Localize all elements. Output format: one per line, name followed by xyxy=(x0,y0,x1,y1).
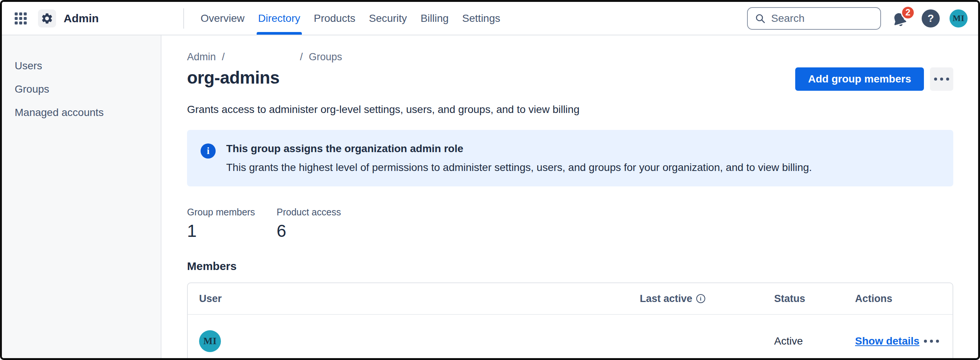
member-avatar[interactable]: MI xyxy=(199,330,221,352)
members-table: User Last active i Status Actions MI Act… xyxy=(187,282,953,358)
stat-product-access: Product access 6 xyxy=(277,207,366,241)
breadcrumb: Admin / / Groups xyxy=(187,51,953,63)
top-bar: Admin Overview Directory Products Securi… xyxy=(2,2,978,35)
tab-security[interactable]: Security xyxy=(362,2,414,35)
page-title: org-admins xyxy=(187,67,279,88)
tab-directory[interactable]: Directory xyxy=(251,2,307,35)
tab-settings[interactable]: Settings xyxy=(455,2,507,35)
banner-text: This group assigns the organization admi… xyxy=(226,143,812,174)
sidebar-item-users[interactable]: Users xyxy=(2,54,161,78)
sidebar-item-managed-accounts[interactable]: Managed accounts xyxy=(2,101,161,124)
notifications-button[interactable]: 2 xyxy=(891,7,912,30)
more-icon xyxy=(936,340,939,342)
column-header-actions: Actions xyxy=(855,293,953,305)
search-placeholder: Search xyxy=(771,13,805,24)
stat-value: 6 xyxy=(277,221,366,241)
members-heading: Members xyxy=(187,260,953,272)
grid-icon xyxy=(14,12,27,25)
page-more-actions-button[interactable] xyxy=(930,67,953,91)
user-avatar[interactable]: MI xyxy=(950,10,967,27)
actions-cell: Show details xyxy=(855,335,953,347)
page-actions: Add group members xyxy=(795,67,953,91)
row-more-actions-button[interactable] xyxy=(921,337,942,346)
info-icon: i xyxy=(200,143,216,159)
table-row: MI Active Show details xyxy=(188,315,953,358)
tab-products[interactable]: Products xyxy=(307,2,363,35)
breadcrumb-groups[interactable]: Groups xyxy=(309,51,342,63)
notification-badge: 2 xyxy=(901,6,915,19)
main-content: Admin / / Groups org-admins Add group me… xyxy=(161,35,978,358)
search-input[interactable]: Search xyxy=(747,7,881,30)
show-details-link[interactable]: Show details xyxy=(855,335,920,347)
status-cell: Active xyxy=(774,335,855,347)
banner-title: This group assigns the organization admi… xyxy=(226,143,812,155)
table-header-row: User Last active i Status Actions xyxy=(188,283,953,315)
help-button[interactable]: ? xyxy=(922,10,940,27)
more-icon xyxy=(946,78,949,81)
more-icon xyxy=(940,78,943,81)
more-icon xyxy=(930,340,933,342)
primary-nav: Overview Directory Products Security Bil… xyxy=(194,2,507,35)
stat-label: Product access xyxy=(277,207,366,218)
app-window: Admin Overview Directory Products Securi… xyxy=(0,0,980,360)
sidebar: Users Groups Managed accounts xyxy=(2,35,161,358)
info-banner: i This group assigns the organization ad… xyxy=(187,130,953,186)
add-group-members-button[interactable]: Add group members xyxy=(795,67,924,91)
stats-row: Group members 1 Product access 6 xyxy=(187,207,953,241)
app-switcher-button[interactable] xyxy=(13,11,28,26)
last-active-info-icon[interactable]: i xyxy=(696,294,705,303)
tab-overview[interactable]: Overview xyxy=(194,2,251,35)
page-description: Grants access to administer org-level se… xyxy=(187,104,953,116)
column-header-last-active: Last active i xyxy=(640,293,774,305)
breadcrumb-admin[interactable]: Admin xyxy=(187,51,216,63)
question-mark-icon: ? xyxy=(928,13,934,24)
header-divider xyxy=(183,8,184,29)
gear-icon xyxy=(41,12,53,25)
tab-billing[interactable]: Billing xyxy=(414,2,455,35)
admin-logo[interactable] xyxy=(38,10,56,27)
content-area: Users Groups Managed accounts Admin / / … xyxy=(2,35,978,358)
column-header-status: Status xyxy=(774,293,855,305)
more-icon xyxy=(924,340,927,342)
top-bar-right: Search 2 ? MI xyxy=(747,2,967,35)
user-cell: MI xyxy=(199,330,640,352)
sidebar-item-groups[interactable]: Groups xyxy=(2,78,161,101)
breadcrumb-separator: / xyxy=(222,51,225,63)
column-header-user: User xyxy=(199,293,640,305)
product-title: Admin xyxy=(64,12,99,25)
stat-value: 1 xyxy=(187,221,277,241)
search-icon xyxy=(754,13,766,24)
more-icon xyxy=(934,78,937,81)
banner-body: This grants the highest level of permiss… xyxy=(226,162,812,174)
stat-group-members: Group members 1 xyxy=(187,207,277,241)
breadcrumb-separator: / xyxy=(300,51,303,63)
stat-label: Group members xyxy=(187,207,277,218)
top-bar-left: Admin xyxy=(13,2,183,35)
title-row: org-admins Add group members xyxy=(187,67,953,91)
